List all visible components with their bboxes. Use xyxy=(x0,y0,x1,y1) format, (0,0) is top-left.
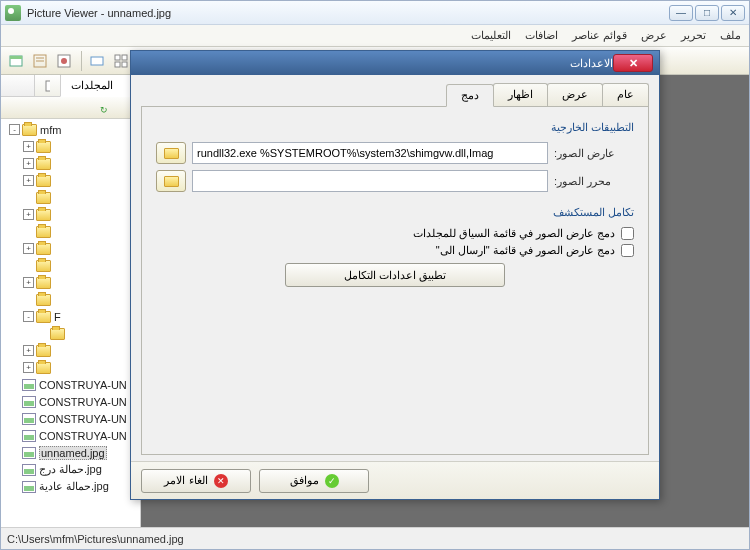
tree-folder-item[interactable] xyxy=(3,257,138,274)
tree-folder-item[interactable] xyxy=(3,291,138,308)
tree-folder-item[interactable] xyxy=(3,223,138,240)
menubar: ملف تحرير عرض قوائم عناصر اضافات التعليم… xyxy=(1,25,749,47)
tree-file-item[interactable]: CONSTRUYA-UN xyxy=(3,393,138,410)
folder-icon xyxy=(36,226,51,238)
dialog-titlebar: ✕ الاعدادات xyxy=(131,51,659,75)
maximize-button[interactable]: □ xyxy=(695,5,719,21)
tree-file-item[interactable]: حمالة عادية.jpg xyxy=(3,478,138,495)
app-icon xyxy=(5,5,21,21)
apply-integration-button[interactable]: تطبيق اعدادات التكامل xyxy=(285,263,505,287)
sidebar-tab-folders[interactable]: المجلدات xyxy=(60,75,140,97)
tree-expand-icon[interactable]: + xyxy=(23,362,34,373)
menu-edit[interactable]: تحرير xyxy=(681,29,706,42)
status-path: C:\Users\mfm\Pictures\unnamed.jpg xyxy=(7,533,184,545)
tree-folder-item[interactable]: + xyxy=(3,206,138,223)
menu-addons[interactable]: اضافات xyxy=(525,29,558,42)
folder-icon xyxy=(36,141,51,153)
folder-icon xyxy=(36,158,51,170)
image-icon xyxy=(22,396,36,408)
tree-item-label: CONSTRUYA-UN xyxy=(39,379,127,391)
menu-view[interactable]: عرض xyxy=(641,29,667,42)
svg-rect-12 xyxy=(46,81,50,91)
toolbar-btn-1[interactable] xyxy=(5,50,27,72)
tree-folder-item[interactable]: + xyxy=(3,342,138,359)
close-button[interactable]: ✕ xyxy=(721,5,745,21)
tab-content: التطبيقات الخارجية عارض الصور: محرر الصو… xyxy=(141,107,649,455)
svg-rect-7 xyxy=(91,57,103,65)
label-context-menu: دمج عارض الصور في قائمة السياق للمجلدات xyxy=(413,227,615,240)
folder-icon xyxy=(36,209,51,221)
tree-item-label: CONSTRUYA-UN xyxy=(39,396,127,408)
dialog-tabs: عام عرض اظهار دمج xyxy=(141,83,649,107)
tree-folder-item[interactable] xyxy=(3,325,138,342)
label-editor: محرر الصور: xyxy=(554,175,634,188)
tree-expand-icon[interactable]: + xyxy=(23,345,34,356)
tree-file-item[interactable]: حمالة درج.jpg xyxy=(3,461,138,478)
folder-icon xyxy=(36,277,51,289)
tree-folder-item[interactable]: + xyxy=(3,155,138,172)
tab-view[interactable]: عرض xyxy=(547,83,603,106)
tab-integrate[interactable]: دمج xyxy=(446,84,494,107)
browse-editor-button[interactable] xyxy=(156,170,186,192)
tree-expand-icon[interactable]: - xyxy=(9,124,20,135)
cancel-label: الغاء الامر xyxy=(164,474,207,487)
tree-folder-item[interactable]: + xyxy=(3,274,138,291)
tree-folder-item[interactable] xyxy=(3,189,138,206)
tree-expand-icon[interactable]: + xyxy=(23,141,34,152)
toolbar-btn-4[interactable] xyxy=(86,50,108,72)
tree-item-label: حمالة درج.jpg xyxy=(39,463,102,476)
image-icon xyxy=(22,379,36,391)
sidebar-tool-2[interactable]: ↻ xyxy=(88,97,110,119)
image-icon xyxy=(22,447,36,459)
tab-general[interactable]: عام xyxy=(602,83,649,106)
tree-expand-icon[interactable]: + xyxy=(23,243,34,254)
ok-label: موافق xyxy=(290,474,319,487)
tree-folder-item[interactable]: -mfm xyxy=(3,121,138,138)
tree-expand-icon[interactable]: + xyxy=(23,158,34,169)
menu-file[interactable]: ملف xyxy=(720,29,741,42)
folder-icon xyxy=(164,148,179,159)
image-icon xyxy=(22,464,36,476)
folder-icon xyxy=(36,294,51,306)
image-icon xyxy=(22,430,36,442)
tree-expand-icon[interactable]: - xyxy=(23,311,34,322)
svg-rect-10 xyxy=(115,62,120,67)
dialog-button-row: ✓ موافق ✕ الغاء الامر xyxy=(131,461,659,499)
tree-item-label: CONSTRUYA-UN xyxy=(39,430,127,442)
input-editor-path[interactable] xyxy=(192,170,548,192)
tree-item-label: unnamed.jpg xyxy=(39,446,107,460)
tree-folder-item[interactable]: + xyxy=(3,172,138,189)
folder-tree[interactable]: -mfm++++++-F++CONSTRUYA-UNCONSTRUYA-UNCO… xyxy=(1,119,140,527)
tree-folder-item[interactable]: + xyxy=(3,240,138,257)
checkbox-sendto[interactable] xyxy=(621,244,634,257)
image-icon xyxy=(22,481,36,493)
toolbar-btn-5[interactable] xyxy=(110,50,132,72)
tree-folder-item[interactable]: + xyxy=(3,138,138,155)
checkbox-context-menu[interactable] xyxy=(621,227,634,240)
tree-folder-item[interactable]: + xyxy=(3,359,138,376)
toolbar-btn-3[interactable] xyxy=(53,50,75,72)
minimize-button[interactable]: — xyxy=(669,5,693,21)
tree-file-item[interactable]: unnamed.jpg xyxy=(3,444,138,461)
ok-button[interactable]: ✓ موافق xyxy=(259,469,369,493)
browse-viewer-button[interactable] xyxy=(156,142,186,164)
cancel-button[interactable]: ✕ الغاء الامر xyxy=(141,469,251,493)
menu-lists[interactable]: قوائم عناصر xyxy=(572,29,627,42)
tree-file-item[interactable]: CONSTRUYA-UN xyxy=(3,376,138,393)
tab-show[interactable]: اظهار xyxy=(493,83,548,106)
tree-expand-icon[interactable]: + xyxy=(23,277,34,288)
dialog-close-button[interactable]: ✕ xyxy=(613,54,653,72)
input-viewer-path[interactable] xyxy=(192,142,548,164)
folder-icon xyxy=(36,345,51,357)
tree-file-item[interactable]: CONSTRUYA-UN xyxy=(3,410,138,427)
check-icon: ✓ xyxy=(325,474,339,488)
folder-icon xyxy=(36,362,51,374)
tree-folder-item[interactable]: -F xyxy=(3,308,138,325)
toolbar-btn-2[interactable] xyxy=(29,50,51,72)
menu-help[interactable]: التعليمات xyxy=(471,29,511,42)
group-explorer-integration: تكامل المستكشف xyxy=(156,206,634,219)
tree-expand-icon[interactable]: + xyxy=(23,209,34,220)
sidebar-tab-2[interactable] xyxy=(34,75,60,96)
tree-file-item[interactable]: CONSTRUYA-UN xyxy=(3,427,138,444)
tree-expand-icon[interactable]: + xyxy=(23,175,34,186)
